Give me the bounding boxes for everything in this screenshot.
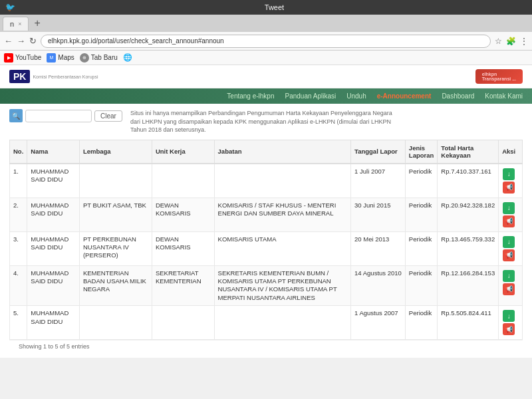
cell-nama: MUHAMMAD SAID DIDU [27, 198, 80, 231]
cell-no: 2. [10, 198, 27, 231]
col-aksi: Aksi [499, 140, 523, 164]
bookmark-maps[interactable]: M Maps [47, 53, 74, 63]
cell-total: Rp.12.166.284.153 [438, 265, 499, 305]
table-row: 4. MUHAMMAD SAID DIDU KEMENTERIAN BADAN … [10, 265, 523, 305]
site-wrapper: PK Komisi Pemberantasan Korupsi elhkpn T… [0, 65, 532, 358]
twitter-icon: 🐦 [5, 3, 15, 12]
col-total: Total HartaKekayaan [438, 140, 499, 164]
tab-close-icon[interactable]: × [18, 21, 21, 27]
announce-button[interactable]: 📢 [503, 249, 515, 261]
announce-button[interactable]: 📢 [503, 283, 515, 295]
cell-lembaga: KEMENTERIAN BADAN USAHA MILIK NEGARA [79, 265, 152, 305]
col-tanggal: Tanggal Lapor [351, 140, 406, 164]
elhkpn-logo-text: elhkpn [482, 72, 516, 76]
nav-unduh[interactable]: Unduh [346, 92, 366, 100]
cell-unit-kerja [152, 306, 214, 340]
cell-aksi: ↓ 📢 [499, 231, 523, 265]
cell-tanggal: 1 Agustus 2007 [351, 306, 406, 340]
col-no: No. [10, 140, 27, 164]
cell-unit-kerja: DEWAN KOMISARIS [152, 198, 214, 231]
download-button[interactable]: ↓ [503, 310, 515, 322]
search-input[interactable] [25, 110, 92, 122]
kpk-logo-text: PK [13, 71, 26, 82]
cell-no: 4. [10, 265, 27, 305]
site-nav: Tentang e-lhkpn Panduan Aplikasi Unduh e… [0, 88, 532, 104]
bookmark-youtube[interactable]: ▶ YouTube [4, 53, 41, 63]
cell-lembaga: PT BUKIT ASAM, TBK [79, 198, 152, 231]
new-tab-button[interactable]: + [31, 17, 43, 29]
col-nama: Nama [27, 140, 80, 164]
cell-jabatan: KOMISARIS / STAF KHUSUS - MENTERI ENERGI… [214, 198, 350, 231]
cell-aksi: ↓ 📢 [499, 164, 523, 198]
menu-icon[interactable]: ⋮ [520, 37, 528, 46]
kpk-logo: PK Komisi Pemberantasan Korupsi [9, 70, 98, 83]
cell-jabatan: SEKRETARIS KEMENTERIAN BUMN / KOMISARIS … [214, 265, 350, 305]
nav-eannouncement[interactable]: e-Announcement [377, 92, 432, 100]
cell-no: 1. [10, 164, 27, 198]
search-box: 🔍 Clear [9, 109, 122, 122]
tweet-label: Tweet [22, 3, 527, 11]
site-header: PK Komisi Pemberantasan Korupsi elhkpn T… [0, 65, 532, 88]
url-input[interactable] [41, 35, 491, 48]
forward-button[interactable]: → [17, 36, 25, 46]
cell-total: Rp.13.465.759.332 [438, 231, 499, 265]
table-wrapper: No. Nama Lembaga Unit Kerja Jabatan Tang… [0, 140, 532, 358]
cell-lembaga [79, 306, 152, 340]
cell-nama: MUHAMMAD SAID DIDU [27, 164, 80, 198]
cell-nama: MUHAMMAD SAID DIDU [27, 265, 80, 305]
elhkpn-logo: elhkpn Transparansi ... [475, 69, 523, 84]
tab-title: n [10, 20, 14, 28]
nav-dashboard[interactable]: Dashboard [442, 92, 474, 100]
clear-button[interactable]: Clear [94, 110, 122, 122]
download-button[interactable]: ↓ [503, 202, 515, 214]
cell-unit-kerja: DEWAN KOMISARIS [152, 231, 214, 265]
browser-icon-group: ☆ 🧩 ⋮ [495, 37, 528, 46]
reload-button[interactable]: ↻ [29, 36, 37, 46]
cell-aksi: ↓ 📢 [499, 198, 523, 231]
nav-kontak[interactable]: Kontak Kami [485, 92, 523, 100]
table-footer: Showing 1 to 5 of 5 entries [9, 340, 523, 352]
tab-bar: n × + [0, 15, 532, 32]
cell-tanggal: 14 Agustus 2010 [351, 265, 406, 305]
table-row: 5. MUHAMMAD SAID DIDU 1 Agustus 2007 Per… [10, 306, 523, 340]
col-unit-kerja: Unit Kerja [152, 140, 214, 164]
cell-jenis: Periodik [405, 231, 437, 265]
bookmark-icon[interactable]: ☆ [495, 37, 502, 46]
download-button[interactable]: ↓ [503, 168, 515, 180]
cell-tanggal: 30 Juni 2015 [351, 198, 406, 231]
tab-baru-icon: ⊕ [80, 53, 89, 63]
other-bookmarks-icon: 🌐 [123, 53, 132, 62]
cell-no: 3. [10, 231, 27, 265]
cell-jabatan [214, 306, 350, 340]
cell-lembaga: PT PERKEBUNAN NUSANTARA IV (PERSERO) [79, 231, 152, 265]
back-button[interactable]: ← [4, 36, 13, 46]
cell-jenis: Periodik [405, 164, 437, 198]
announce-button[interactable]: 📢 [503, 182, 515, 194]
elhkpn-tagline: Transparansi ... [482, 76, 516, 81]
download-button[interactable]: ↓ [503, 236, 515, 248]
cell-total: Rp.5.505.824.411 [438, 306, 499, 340]
cell-nama: MUHAMMAD SAID DIDU [27, 306, 80, 340]
bookmarks-bar: ▶ YouTube M Maps ⊕ Tab Baru 🌐 [0, 51, 532, 65]
cell-jenis: Periodik [405, 198, 437, 231]
cell-no: 5. [10, 306, 27, 340]
nav-tentang[interactable]: Tentang e-lhkpn [227, 92, 274, 100]
announce-button[interactable]: 📢 [503, 215, 515, 227]
cell-jenis: Periodik [405, 265, 437, 305]
extension-icon[interactable]: 🧩 [506, 37, 516, 46]
cell-tanggal: 1 Juli 2007 [351, 164, 406, 198]
table-row: 1. MUHAMMAD SAID DIDU 1 Juli 2007 Period… [10, 164, 523, 198]
nav-panduan[interactable]: Panduan Aplikasi [285, 92, 336, 100]
maps-icon: M [47, 53, 56, 63]
cell-jabatan: KOMISARIS UTAMA [214, 231, 350, 265]
col-jabatan: Jabatan [214, 140, 350, 164]
announce-button[interactable]: 📢 [503, 323, 515, 335]
notice-text: Situs ini hanya menampilkan Perbandingan… [130, 109, 396, 134]
col-lembaga: Lembaga [79, 140, 152, 164]
cell-jabatan [214, 164, 350, 198]
bookmark-tab-baru-label: Tab Baru [91, 54, 118, 61]
active-tab[interactable]: n × [3, 17, 29, 31]
bookmark-tab-baru[interactable]: ⊕ Tab Baru [80, 53, 118, 63]
download-button[interactable]: ↓ [503, 270, 515, 282]
col-jenis: JenisLaporan [405, 140, 437, 164]
